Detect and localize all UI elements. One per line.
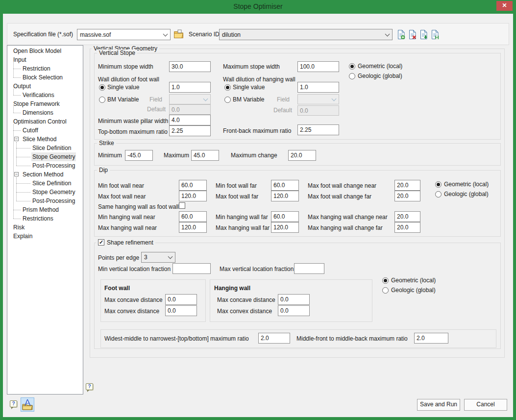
collapse-expander-icon[interactable]: − [14, 172, 19, 176]
sidebar-item-verifications[interactable]: Verifications [7, 91, 83, 99]
shape-geologic-global-label[interactable]: Geologic (global) [391, 287, 436, 294]
minimum-stope-width-label: Minimum stope width [98, 63, 153, 70]
foot-single-value-label[interactable]: Single value [107, 84, 139, 91]
min-vertical-fraction-input[interactable] [172, 263, 211, 274]
hang-single-value-input[interactable] [297, 82, 339, 93]
foot-max-convex-input[interactable] [165, 305, 197, 316]
max-hang-far-input[interactable] [271, 222, 299, 233]
sidebar-item-optimisation-control[interactable]: Optimisation Control [7, 117, 83, 126]
sidebar-item-stope-geometry-selected[interactable]: Stope Geometry [7, 152, 83, 161]
sidebar-item-slice-definition[interactable]: Slice Definition [7, 144, 83, 152]
front-back-ratio-label: Front-back maximum ratio [223, 127, 291, 134]
vs-geologic-global-radio[interactable] [349, 73, 355, 79]
hang-single-value-radio[interactable] [224, 84, 231, 91]
sidebar-item-risk[interactable]: Risk [7, 223, 83, 232]
hang-max-concave-input[interactable] [278, 294, 310, 305]
window-title: Stope Optimiser [0, 0, 516, 14]
dialog-help-button[interactable]: ? [10, 400, 17, 409]
sidebar-item-stope-geometry-2[interactable]: Stope Geometry [7, 188, 83, 197]
sidebar-item-stope-framework[interactable]: Stope Framework [7, 99, 83, 108]
hang-max-convex-input[interactable] [278, 305, 310, 316]
sidebar-item-post-processing-2[interactable]: Post-Processing [7, 197, 83, 205]
scenario-id-combobox[interactable]: dilution [219, 29, 393, 40]
top-bottom-ratio-input[interactable] [169, 125, 211, 136]
min-hang-near-input[interactable] [179, 211, 207, 222]
vs-geometric-local-radio[interactable] [349, 63, 355, 70]
min-foot-near-input[interactable] [179, 180, 207, 191]
close-button[interactable]: ✕ [496, 1, 513, 11]
sidebar-item-explain[interactable]: Explain [7, 232, 83, 241]
foot-max-concave-input[interactable] [165, 294, 197, 305]
sidebar-item-restrictions[interactable]: Restrictions [7, 214, 83, 223]
maximum-stope-width-input[interactable] [297, 61, 339, 72]
save-scenario-button[interactable] [431, 29, 439, 40]
foot-bm-variable-label[interactable]: BM Variable [107, 96, 139, 103]
save-and-run-button[interactable]: Save and Run [417, 399, 460, 411]
sidebar-item-open-block-model[interactable]: Open Block Model [7, 47, 83, 55]
strike-maximum-input[interactable] [191, 150, 219, 161]
dip-geometric-local-label[interactable]: Geometric (local) [444, 181, 489, 188]
front-back-ratio-input[interactable] [297, 124, 339, 135]
widest-middle-ratio-input[interactable] [258, 333, 290, 344]
spec-file-combobox[interactable]: massive.sof [77, 29, 171, 40]
hang-bm-variable-label[interactable]: BM Variable [233, 96, 264, 103]
open-working-folder-button[interactable] [21, 397, 34, 412]
sidebar-item-dimensions[interactable]: Dimensions [7, 108, 83, 117]
sidebar-item-section-method[interactable]: −Section Method [7, 170, 83, 179]
minimum-stope-width-input[interactable] [169, 61, 211, 72]
sidebar-item-label: Dimensions [22, 108, 54, 117]
points-per-edge-combobox[interactable]: 3 [141, 252, 175, 263]
sidebar-item-post-processing[interactable]: Post-Processing [7, 161, 83, 170]
sidebar-item-output[interactable]: Output [7, 82, 83, 91]
shape-geometric-local-radio[interactable] [382, 277, 389, 284]
collapse-expander-icon[interactable]: − [14, 137, 19, 141]
sidebar-item-cutoff[interactable]: Cutoff [7, 126, 83, 135]
foot-bm-variable-radio[interactable] [99, 97, 105, 103]
same-hanging-wall-checkbox[interactable] [179, 202, 185, 209]
foot-single-value-radio[interactable] [99, 84, 105, 91]
hang-bm-variable-radio[interactable] [224, 97, 231, 103]
max-foot-near-input[interactable] [179, 191, 207, 201]
max-hang-change-near-input[interactable] [394, 211, 420, 222]
sidebar-item-slice-method[interactable]: −Slice Method [7, 135, 83, 144]
tree-connector [16, 179, 30, 184]
browse-spec-file-button[interactable] [173, 28, 184, 40]
sidebar-item-input[interactable]: Input [7, 55, 83, 64]
foot-default-label: Default [147, 106, 166, 113]
min-foot-far-input[interactable] [271, 180, 299, 191]
max-foot-change-far-input[interactable] [394, 191, 420, 201]
vs-geologic-global-label[interactable]: Geologic (global) [358, 73, 402, 79]
foot-wall-title: Foot wall [104, 285, 130, 292]
delete-scenario-button[interactable] [408, 29, 417, 40]
dip-geologic-global-radio[interactable] [435, 191, 442, 198]
dip-geologic-global-label[interactable]: Geologic (global) [444, 191, 489, 198]
foot-single-value-input[interactable] [169, 82, 211, 93]
sidebar-item-slice-definition-2[interactable]: Slice Definition [7, 179, 83, 188]
max-hang-near-input[interactable] [179, 222, 207, 233]
same-hanging-wall-label[interactable]: Same hanging wall as foot wall [98, 203, 179, 210]
max-vertical-fraction-input[interactable] [294, 263, 324, 274]
shape-geometric-local-label[interactable]: Geometric (local) [391, 277, 436, 284]
sidebar-item-prism-method[interactable]: Prism Method [7, 205, 83, 214]
page-help-button[interactable]: ? [86, 383, 93, 392]
min-waste-pillar-input[interactable] [169, 115, 211, 125]
max-hang-change-far-input[interactable] [394, 222, 420, 233]
strike-minimum-input[interactable] [125, 150, 153, 161]
min-hang-far-input[interactable] [271, 211, 299, 222]
new-scenario-button[interactable] [397, 29, 405, 40]
sidebar-item-restriction[interactable]: Restriction [7, 64, 83, 73]
shape-refinement-label[interactable]: Shape refinement [107, 239, 153, 246]
middle-front-back-ratio-input[interactable] [414, 333, 448, 344]
hang-single-value-label[interactable]: Single value [233, 84, 265, 91]
dip-geometric-local-radio[interactable] [435, 181, 442, 188]
cancel-button[interactable]: Cancel [464, 399, 507, 411]
shape-refinement-checkbox[interactable]: ✓ [98, 239, 104, 246]
vs-geometric-local-label[interactable]: Geometric (local) [358, 63, 402, 70]
max-foot-far-input[interactable] [271, 191, 299, 201]
max-foot-change-near-input[interactable] [394, 180, 420, 191]
load-scenario-button[interactable] [419, 29, 428, 40]
sidebar-item-block-selection[interactable]: Block Selection [7, 73, 83, 82]
strike-max-change-input[interactable] [288, 150, 316, 161]
shape-geologic-global-radio[interactable] [382, 287, 389, 294]
max-foot-change-near-label: Max foot wall change near [308, 182, 376, 189]
